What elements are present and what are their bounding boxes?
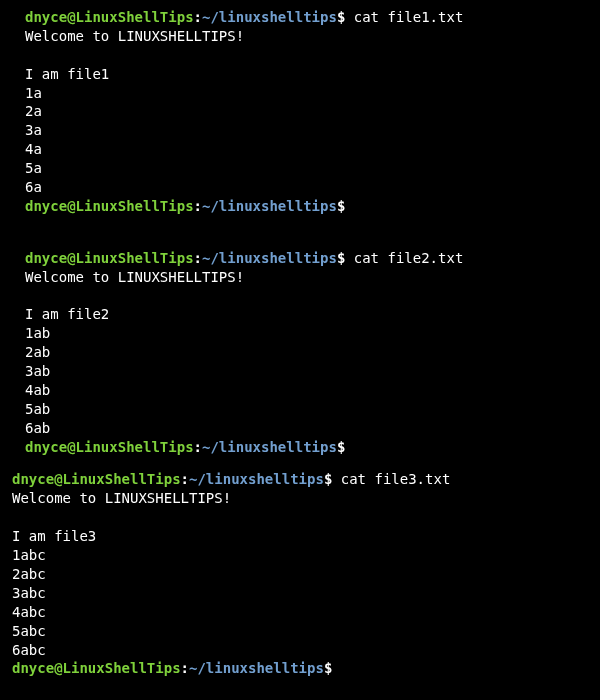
prompt-path: ~/linuxshelltips: [202, 198, 337, 214]
prompt-path: ~/linuxshelltips: [189, 660, 324, 676]
output-line: 2ab: [25, 343, 590, 362]
output-line: 3abc: [12, 584, 590, 603]
terminal-block: dnyce@LinuxShellTips:~/linuxshelltips$ c…: [0, 241, 600, 463]
command-text: cat file3.txt: [332, 471, 450, 487]
prompt-line: dnyce@LinuxShellTips:~/linuxshelltips$: [25, 197, 590, 216]
prompt-line: dnyce@LinuxShellTips:~/linuxshelltips$: [25, 438, 590, 457]
prompt-path: ~/linuxshelltips: [202, 9, 337, 25]
prompt-command-line: dnyce@LinuxShellTips:~/linuxshelltips$ c…: [12, 470, 590, 489]
output-line: 5abc: [12, 622, 590, 641]
output-line: [25, 286, 590, 305]
output-line: Welcome to LINUXSHELLTIPS!: [25, 268, 590, 287]
command-text: [345, 439, 353, 455]
output-line: 1ab: [25, 324, 590, 343]
output-line: 3a: [25, 121, 590, 140]
output-line: I am file1: [25, 65, 590, 84]
prompt-colon: :: [181, 660, 189, 676]
prompt-path: ~/linuxshelltips: [202, 439, 337, 455]
prompt-user-host: dnyce@LinuxShellTips: [25, 9, 194, 25]
output-line: 6ab: [25, 419, 590, 438]
terminal[interactable]: dnyce@LinuxShellTips:~/linuxshelltips$ c…: [0, 0, 600, 684]
prompt-path: ~/linuxshelltips: [189, 471, 324, 487]
prompt-colon: :: [194, 439, 202, 455]
output-line: 4ab: [25, 381, 590, 400]
output-line: [25, 46, 590, 65]
blank-line: [25, 216, 590, 235]
output-line: Welcome to LINUXSHELLTIPS!: [12, 489, 590, 508]
prompt-colon: :: [194, 9, 202, 25]
command-text: [332, 660, 340, 676]
prompt-colon: :: [194, 198, 202, 214]
output-line: 6abc: [12, 641, 590, 660]
output-line: 2abc: [12, 565, 590, 584]
output-line: 3ab: [25, 362, 590, 381]
output-line: 1a: [25, 84, 590, 103]
output-line: 4abc: [12, 603, 590, 622]
prompt-user-host: dnyce@LinuxShellTips: [25, 250, 194, 266]
prompt-line: dnyce@LinuxShellTips:~/linuxshelltips$: [12, 659, 590, 678]
output-line: 1abc: [12, 546, 590, 565]
output-line: 5ab: [25, 400, 590, 419]
output-line: I am file3: [12, 527, 590, 546]
prompt-colon: :: [181, 471, 189, 487]
command-text: cat file2.txt: [345, 250, 463, 266]
terminal-block: dnyce@LinuxShellTips:~/linuxshelltips$ c…: [0, 462, 600, 684]
prompt-user-host: dnyce@LinuxShellTips: [25, 198, 194, 214]
output-line: [12, 508, 590, 527]
prompt-command-line: dnyce@LinuxShellTips:~/linuxshelltips$ c…: [25, 249, 590, 268]
prompt-user-host: dnyce@LinuxShellTips: [25, 439, 194, 455]
output-line: I am file2: [25, 305, 590, 324]
prompt-colon: :: [194, 250, 202, 266]
prompt-user-host: dnyce@LinuxShellTips: [12, 471, 181, 487]
output-line: 6a: [25, 178, 590, 197]
prompt-path: ~/linuxshelltips: [202, 250, 337, 266]
prompt-command-line: dnyce@LinuxShellTips:~/linuxshelltips$ c…: [25, 8, 590, 27]
prompt-user-host: dnyce@LinuxShellTips: [12, 660, 181, 676]
output-line: 5a: [25, 159, 590, 178]
command-text: [345, 198, 353, 214]
output-line: 2a: [25, 102, 590, 121]
command-text: cat file1.txt: [345, 9, 463, 25]
terminal-block: dnyce@LinuxShellTips:~/linuxshelltips$ c…: [0, 0, 600, 241]
output-line: Welcome to LINUXSHELLTIPS!: [25, 27, 590, 46]
output-line: 4a: [25, 140, 590, 159]
